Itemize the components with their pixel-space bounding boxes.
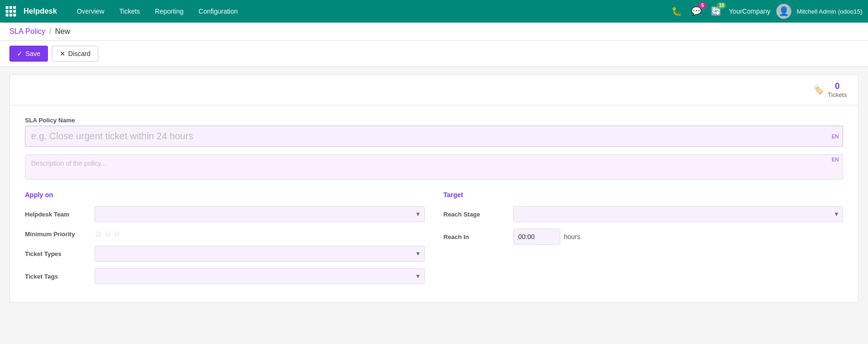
action-bar: ✓ Save ✕ Discard (0, 41, 868, 67)
star-1[interactable]: ☆ (95, 229, 102, 239)
card-header: 🏷️ 0 Tickets (10, 75, 858, 105)
ticket-tags-label: Ticket Tags (25, 273, 91, 280)
policy-name-input-wrap: EN (25, 126, 843, 147)
breadcrumb-parent[interactable]: SLA Policy (9, 27, 45, 36)
policy-name-field-group: SLA Policy Name EN (25, 117, 843, 147)
helpdesk-team-select[interactable] (95, 206, 425, 222)
target-title: Target (444, 191, 844, 199)
menu-configuration[interactable]: Configuration (192, 5, 244, 18)
ticket-types-label: Ticket Types (25, 250, 91, 257)
breadcrumb: SLA Policy / New (0, 23, 868, 41)
policy-name-input[interactable] (25, 126, 828, 146)
reach-stage-label: Reach Stage (444, 211, 510, 218)
chat-badge: 5 (699, 2, 706, 8)
breadcrumb-current: New (55, 27, 70, 36)
reach-in-label: Reach In (444, 233, 510, 240)
name-lang-badge: EN (828, 126, 843, 146)
ticket-types-select[interactable] (95, 246, 425, 262)
x-icon: ✕ (60, 50, 65, 57)
star-3[interactable]: ☆ (113, 229, 121, 239)
desc-lang-badge: EN (828, 155, 843, 164)
main-content: 🏷️ 0 Tickets SLA Policy Name EN (0, 67, 868, 310)
description-input[interactable] (25, 155, 828, 179)
priority-stars: ☆ ☆ ☆ (95, 229, 121, 239)
apply-on-section: Apply on Helpdesk Team ▼ Minimum (25, 191, 425, 291)
minimum-priority-row: Minimum Priority ☆ ☆ ☆ (25, 229, 425, 239)
ticket-tags-select[interactable] (95, 268, 425, 284)
star-2[interactable]: ☆ (104, 229, 111, 239)
chat-icon[interactable]: 💬 5 (689, 4, 703, 18)
ticket-label: Tickets (828, 91, 847, 98)
breadcrumb-separator: / (49, 27, 51, 36)
check-icon: ✓ (17, 50, 23, 57)
menu-overview[interactable]: Overview (70, 5, 111, 18)
menu-reporting[interactable]: Reporting (148, 5, 190, 18)
nav-right: 🐛 💬 5 🔄 10 YourCompany 👤 Mitchell Admin … (669, 4, 862, 19)
ticket-tags-row: Ticket Tags ▼ (25, 268, 425, 284)
apps-icon[interactable] (6, 6, 16, 16)
form-body: SLA Policy Name EN EN Apply on (10, 105, 858, 302)
brand-name[interactable]: Helpdesk (24, 7, 57, 16)
helpdesk-team-row: Helpdesk Team ▼ (25, 206, 425, 222)
ticket-types-select-wrap: ▼ (95, 246, 425, 262)
form-card: 🏷️ 0 Tickets SLA Policy Name EN (9, 74, 859, 303)
description-field-group: EN (25, 154, 843, 180)
reach-in-wrap: hours (513, 229, 844, 245)
main-menu: Overview Tickets Reporting Configuration (70, 5, 666, 18)
reach-in-input[interactable] (513, 229, 560, 245)
ticket-count: 0 (828, 81, 847, 91)
tickets-stat-button[interactable]: 🏷️ 0 Tickets (810, 80, 851, 100)
menu-tickets[interactable]: Tickets (113, 5, 147, 18)
discard-button[interactable]: ✕ Discard (52, 46, 98, 62)
avatar[interactable]: 👤 (776, 4, 791, 19)
target-section: Target Reach Stage ▼ Reach In (444, 191, 844, 291)
policy-name-label: SLA Policy Name (25, 117, 843, 124)
bug-icon[interactable]: 🐛 (669, 4, 684, 18)
reach-stage-select[interactable] (513, 206, 844, 222)
ticket-icon: 🏷️ (813, 85, 824, 95)
apply-on-title: Apply on (25, 191, 425, 199)
refresh-badge: 10 (717, 2, 726, 8)
save-button[interactable]: ✓ Save (9, 46, 48, 62)
reach-stage-select-wrap: ▼ (513, 206, 844, 222)
reach-stage-row: Reach Stage ▼ (444, 206, 844, 222)
helpdesk-team-select-wrap: ▼ (95, 206, 425, 222)
refresh-icon[interactable]: 🔄 10 (709, 4, 723, 18)
description-input-wrap: EN (25, 154, 843, 180)
reach-in-row: Reach In hours (444, 229, 844, 245)
two-col-layout: Apply on Helpdesk Team ▼ Minimum (25, 191, 843, 291)
top-navigation: Helpdesk Overview Tickets Reporting Conf… (0, 0, 868, 23)
helpdesk-team-label: Helpdesk Team (25, 211, 91, 218)
ticket-tags-select-wrap: ▼ (95, 268, 425, 284)
user-name[interactable]: Mitchell Admin (odoo15) (797, 8, 862, 15)
minimum-priority-label: Minimum Priority (25, 231, 91, 238)
ticket-types-row: Ticket Types ▼ (25, 246, 425, 262)
reach-in-unit: hours (564, 233, 581, 240)
company-name[interactable]: YourCompany (729, 8, 770, 15)
